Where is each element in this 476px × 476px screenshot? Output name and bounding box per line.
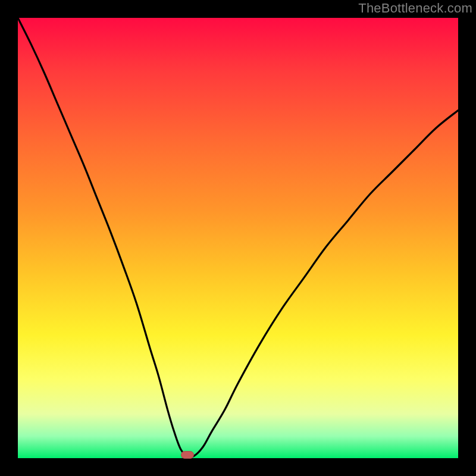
optimum-marker — [181, 451, 194, 459]
watermark-text: TheBottleneck.com — [358, 1, 472, 16]
plot-area — [18, 18, 458, 458]
bottleneck-curve-svg — [18, 18, 458, 458]
bottleneck-curve — [18, 18, 458, 457]
chart-frame: TheBottleneck.com — [0, 0, 476, 476]
